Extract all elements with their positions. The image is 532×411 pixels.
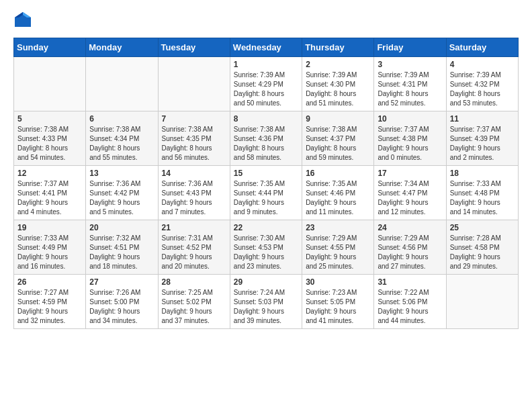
day-info: Sunrise: 7:38 AM Sunset: 4:34 PM Dayligh… <box>89 125 154 163</box>
calendar-cell: 20Sunrise: 7:32 AM Sunset: 4:51 PM Dayli… <box>86 220 158 275</box>
day-number: 6 <box>89 114 154 124</box>
day-info: Sunrise: 7:28 AM Sunset: 4:58 PM Dayligh… <box>450 234 515 271</box>
day-number: 5 <box>17 114 82 124</box>
day-number: 12 <box>17 169 82 178</box>
calendar-cell: 28Sunrise: 7:25 AM Sunset: 5:02 PM Dayli… <box>158 275 230 329</box>
calendar-cell: 27Sunrise: 7:26 AM Sunset: 5:00 PM Dayli… <box>86 275 158 329</box>
day-info: Sunrise: 7:39 AM Sunset: 4:30 PM Dayligh… <box>306 71 370 108</box>
day-number: 28 <box>162 277 226 287</box>
weekday-header-tuesday: Tuesday <box>158 38 230 57</box>
day-number: 17 <box>378 169 442 178</box>
calendar-cell: 13Sunrise: 7:36 AM Sunset: 4:42 PM Dayli… <box>86 166 158 220</box>
calendar-cell: 26Sunrise: 7:27 AM Sunset: 4:59 PM Dayli… <box>14 275 86 329</box>
calendar-cell: 4Sunrise: 7:39 AM Sunset: 4:32 PM Daylig… <box>446 57 518 111</box>
day-number: 18 <box>450 169 515 178</box>
calendar-cell: 18Sunrise: 7:33 AM Sunset: 4:48 PM Dayli… <box>446 166 518 220</box>
day-info: Sunrise: 7:30 AM Sunset: 4:53 PM Dayligh… <box>234 234 298 271</box>
day-number: 20 <box>89 223 154 232</box>
calendar-cell <box>446 275 518 329</box>
day-number: 27 <box>89 277 154 287</box>
calendar-cell: 7Sunrise: 7:38 AM Sunset: 4:35 PM Daylig… <box>158 111 230 166</box>
logo <box>13 11 35 30</box>
day-info: Sunrise: 7:34 AM Sunset: 4:47 PM Dayligh… <box>378 179 442 217</box>
weekday-header-monday: Monday <box>86 38 158 57</box>
day-number: 3 <box>378 60 442 69</box>
calendar-cell: 15Sunrise: 7:35 AM Sunset: 4:44 PM Dayli… <box>230 166 302 220</box>
day-info: Sunrise: 7:27 AM Sunset: 4:59 PM Dayligh… <box>17 288 82 326</box>
day-info: Sunrise: 7:29 AM Sunset: 4:56 PM Dayligh… <box>378 234 442 271</box>
calendar-cell: 21Sunrise: 7:31 AM Sunset: 4:52 PM Dayli… <box>158 220 230 275</box>
calendar-cell: 8Sunrise: 7:38 AM Sunset: 4:36 PM Daylig… <box>230 111 302 166</box>
calendar-cell: 17Sunrise: 7:34 AM Sunset: 4:47 PM Dayli… <box>374 166 446 220</box>
calendar-cell: 3Sunrise: 7:39 AM Sunset: 4:31 PM Daylig… <box>374 57 446 111</box>
day-number: 31 <box>378 277 442 287</box>
day-info: Sunrise: 7:23 AM Sunset: 5:05 PM Dayligh… <box>306 288 370 326</box>
calendar-cell: 29Sunrise: 7:24 AM Sunset: 5:03 PM Dayli… <box>230 275 302 329</box>
calendar-cell <box>14 57 86 111</box>
calendar-cell: 6Sunrise: 7:38 AM Sunset: 4:34 PM Daylig… <box>86 111 158 166</box>
day-number: 2 <box>306 60 370 69</box>
calendar-cell <box>158 57 230 111</box>
calendar-cell: 14Sunrise: 7:36 AM Sunset: 4:43 PM Dayli… <box>158 166 230 220</box>
weekday-header-sunday: Sunday <box>14 38 86 57</box>
week-row-5: 26Sunrise: 7:27 AM Sunset: 4:59 PM Dayli… <box>14 275 519 329</box>
day-info: Sunrise: 7:37 AM Sunset: 4:41 PM Dayligh… <box>17 179 82 217</box>
header <box>13 11 519 30</box>
calendar-cell: 22Sunrise: 7:30 AM Sunset: 4:53 PM Dayli… <box>230 220 302 275</box>
calendar-cell: 24Sunrise: 7:29 AM Sunset: 4:56 PM Dayli… <box>374 220 446 275</box>
calendar-cell: 5Sunrise: 7:38 AM Sunset: 4:33 PM Daylig… <box>14 111 86 166</box>
day-info: Sunrise: 7:35 AM Sunset: 4:46 PM Dayligh… <box>306 179 370 217</box>
day-info: Sunrise: 7:37 AM Sunset: 4:39 PM Dayligh… <box>450 125 515 163</box>
day-info: Sunrise: 7:39 AM Sunset: 4:29 PM Dayligh… <box>234 71 298 108</box>
calendar-cell: 23Sunrise: 7:29 AM Sunset: 4:55 PM Dayli… <box>302 220 374 275</box>
day-info: Sunrise: 7:29 AM Sunset: 4:55 PM Dayligh… <box>306 234 370 271</box>
day-info: Sunrise: 7:26 AM Sunset: 5:00 PM Dayligh… <box>89 288 154 326</box>
day-info: Sunrise: 7:25 AM Sunset: 5:02 PM Dayligh… <box>162 288 226 326</box>
day-info: Sunrise: 7:36 AM Sunset: 4:43 PM Dayligh… <box>162 179 226 217</box>
day-info: Sunrise: 7:37 AM Sunset: 4:38 PM Dayligh… <box>378 125 442 163</box>
calendar-cell: 11Sunrise: 7:37 AM Sunset: 4:39 PM Dayli… <box>446 111 518 166</box>
day-info: Sunrise: 7:39 AM Sunset: 4:32 PM Dayligh… <box>450 71 515 108</box>
day-number: 1 <box>234 60 298 69</box>
day-number: 9 <box>306 114 370 124</box>
day-info: Sunrise: 7:22 AM Sunset: 5:06 PM Dayligh… <box>378 288 442 326</box>
weekday-header-saturday: Saturday <box>446 38 518 57</box>
day-info: Sunrise: 7:33 AM Sunset: 4:49 PM Dayligh… <box>17 234 82 271</box>
day-number: 29 <box>234 277 298 287</box>
weekday-header-thursday: Thursday <box>302 38 374 57</box>
calendar-cell: 19Sunrise: 7:33 AM Sunset: 4:49 PM Dayli… <box>14 220 86 275</box>
day-info: Sunrise: 7:32 AM Sunset: 4:51 PM Dayligh… <box>89 234 154 271</box>
day-number: 14 <box>162 169 226 178</box>
week-row-1: 1Sunrise: 7:39 AM Sunset: 4:29 PM Daylig… <box>14 57 519 111</box>
day-number: 19 <box>17 223 82 232</box>
calendar-cell: 9Sunrise: 7:38 AM Sunset: 4:37 PM Daylig… <box>302 111 374 166</box>
day-number: 30 <box>306 277 370 287</box>
day-info: Sunrise: 7:31 AM Sunset: 4:52 PM Dayligh… <box>162 234 226 271</box>
day-number: 24 <box>378 223 442 232</box>
weekday-header-friday: Friday <box>374 38 446 57</box>
day-number: 26 <box>17 277 82 287</box>
day-number: 21 <box>162 223 226 232</box>
weekday-header-row: SundayMondayTuesdayWednesdayThursdayFrid… <box>14 38 519 57</box>
week-row-3: 12Sunrise: 7:37 AM Sunset: 4:41 PM Dayli… <box>14 166 519 220</box>
day-info: Sunrise: 7:36 AM Sunset: 4:42 PM Dayligh… <box>89 179 154 217</box>
day-info: Sunrise: 7:38 AM Sunset: 4:36 PM Dayligh… <box>234 125 298 163</box>
day-number: 4 <box>450 60 515 69</box>
calendar-table: SundayMondayTuesdayWednesdayThursdayFrid… <box>13 38 519 329</box>
calendar-cell: 25Sunrise: 7:28 AM Sunset: 4:58 PM Dayli… <box>446 220 518 275</box>
calendar-cell: 12Sunrise: 7:37 AM Sunset: 4:41 PM Dayli… <box>14 166 86 220</box>
day-info: Sunrise: 7:39 AM Sunset: 4:31 PM Dayligh… <box>378 71 442 108</box>
day-number: 10 <box>378 114 442 124</box>
logo-icon <box>13 11 32 30</box>
week-row-2: 5Sunrise: 7:38 AM Sunset: 4:33 PM Daylig… <box>14 111 519 166</box>
day-number: 15 <box>234 169 298 178</box>
calendar-cell: 10Sunrise: 7:37 AM Sunset: 4:38 PM Dayli… <box>374 111 446 166</box>
day-number: 25 <box>450 223 515 232</box>
day-number: 16 <box>306 169 370 178</box>
day-number: 8 <box>234 114 298 124</box>
day-info: Sunrise: 7:33 AM Sunset: 4:48 PM Dayligh… <box>450 179 515 217</box>
calendar-cell: 1Sunrise: 7:39 AM Sunset: 4:29 PM Daylig… <box>230 57 302 111</box>
day-number: 23 <box>306 223 370 232</box>
day-number: 13 <box>89 169 154 178</box>
week-row-4: 19Sunrise: 7:33 AM Sunset: 4:49 PM Dayli… <box>14 220 519 275</box>
